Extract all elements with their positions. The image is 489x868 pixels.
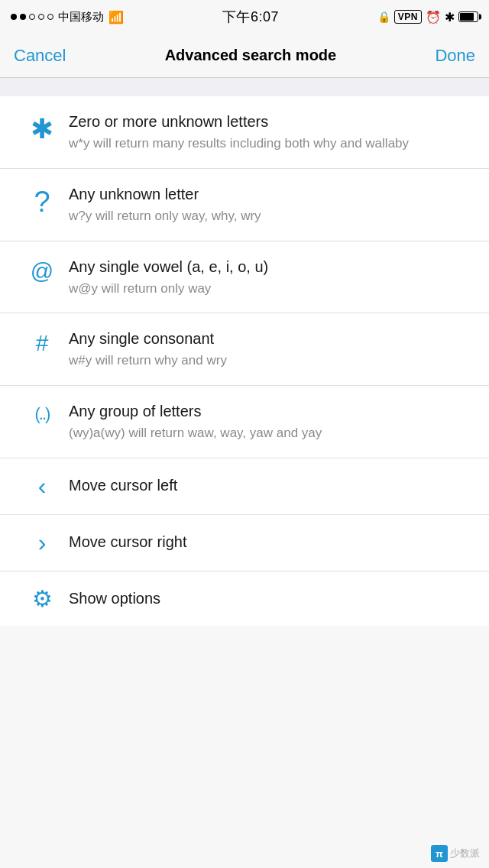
watermark: π 少数派 bbox=[431, 845, 480, 862]
cursor-left-icon: ‹ bbox=[15, 472, 69, 500]
item-text-group-letters: Any group of letters (wy)a(wy) will retu… bbox=[69, 401, 474, 442]
signal-dot-4 bbox=[38, 14, 44, 20]
alarm-icon: ⏰ bbox=[426, 10, 441, 24]
carrier-label: 中国移动 bbox=[58, 10, 104, 24]
item-subtitle: w#y will return why and wry bbox=[69, 351, 474, 370]
done-button[interactable]: Done bbox=[435, 46, 475, 66]
question-mark-icon: ? bbox=[15, 184, 69, 219]
list-item[interactable]: # Any single consonant w#y will return w… bbox=[0, 313, 489, 386]
item-text-unknown-letter: Any unknown letter w?y will return only … bbox=[69, 184, 474, 225]
vpn-badge: VPN bbox=[394, 10, 422, 24]
list-item[interactable]: ✱ Zero or more unknown letters w*y will … bbox=[0, 96, 489, 169]
list-item[interactable]: (..) Any group of letters (wy)a(wy) will… bbox=[0, 386, 489, 458]
signal-strength bbox=[11, 14, 53, 20]
item-subtitle: w@y will return only way bbox=[69, 280, 474, 298]
cancel-button[interactable]: Cancel bbox=[14, 46, 66, 66]
group-letters-icon: (..) bbox=[15, 401, 69, 424]
item-title: Any single consonant bbox=[69, 329, 474, 348]
list-item[interactable]: ‹ Move cursor left bbox=[0, 458, 489, 515]
battery-fill bbox=[460, 13, 474, 21]
list-item[interactable]: @ Any single vowel (a, e, i, o, u) w@y w… bbox=[0, 241, 489, 314]
list-item[interactable]: ? Any unknown letter w?y will return onl… bbox=[0, 169, 489, 241]
status-bar: 中国移动 📶 下午6:07 🔒 VPN ⏰ ✱ bbox=[0, 0, 489, 34]
asterisk-icon: ✱ bbox=[15, 112, 69, 145]
page-title: Advanced search mode bbox=[165, 47, 337, 64]
navigation-bar: Cancel Advanced search mode Done bbox=[0, 34, 489, 78]
item-subtitle: (wy)a(wy) will return waw, way, yaw and … bbox=[69, 424, 474, 442]
signal-dot-2 bbox=[20, 14, 26, 20]
item-subtitle: w?y will return only way, why, wry bbox=[69, 207, 474, 225]
item-text-show-options: Show options bbox=[69, 585, 474, 611]
battery-indicator bbox=[458, 11, 478, 22]
status-bar-left: 中国移动 📶 bbox=[11, 10, 124, 24]
search-options-list: ✱ Zero or more unknown letters w*y will … bbox=[0, 96, 489, 626]
item-title: Zero or more unknown letters bbox=[69, 112, 474, 131]
wifi-icon: 📶 bbox=[108, 10, 124, 24]
cursor-right-icon: › bbox=[15, 529, 69, 557]
watermark-text: 少数派 bbox=[450, 847, 480, 860]
bluetooth-icon: ✱ bbox=[445, 10, 455, 24]
item-title: Move cursor right bbox=[69, 532, 474, 552]
list-item[interactable]: ⚙ Show options bbox=[0, 572, 489, 626]
item-title: Any single vowel (a, e, i, o, u) bbox=[69, 257, 474, 277]
hash-icon: # bbox=[15, 329, 69, 356]
lock-icon: 🔒 bbox=[377, 11, 390, 23]
item-title: Any group of letters bbox=[69, 401, 474, 421]
status-bar-right: 🔒 VPN ⏰ ✱ bbox=[377, 10, 478, 24]
signal-dot-1 bbox=[11, 14, 17, 20]
signal-dot-3 bbox=[29, 14, 35, 20]
time-display: 下午6:07 bbox=[222, 8, 279, 26]
item-title: Move cursor left bbox=[69, 475, 474, 495]
options-gear-icon: ⚙ bbox=[15, 585, 69, 612]
watermark-logo: π bbox=[431, 845, 448, 862]
item-title: Any unknown letter bbox=[69, 184, 474, 204]
section-separator bbox=[0, 78, 489, 96]
list-item[interactable]: › Move cursor right bbox=[0, 515, 489, 572]
item-text-zero-or-more: Zero or more unknown letters w*y will re… bbox=[69, 112, 474, 153]
item-text-cursor-right: Move cursor right bbox=[69, 529, 474, 555]
item-text-single-consonant: Any single consonant w#y will return why… bbox=[69, 329, 474, 370]
item-subtitle: w*y will return many results including b… bbox=[69, 134, 474, 153]
item-text-single-vowel: Any single vowel (a, e, i, o, u) w@y wil… bbox=[69, 257, 474, 298]
item-text-cursor-left: Move cursor left bbox=[69, 472, 474, 498]
at-sign-icon: @ bbox=[15, 257, 69, 284]
item-title: Show options bbox=[69, 588, 474, 608]
signal-dot-5 bbox=[47, 14, 53, 20]
